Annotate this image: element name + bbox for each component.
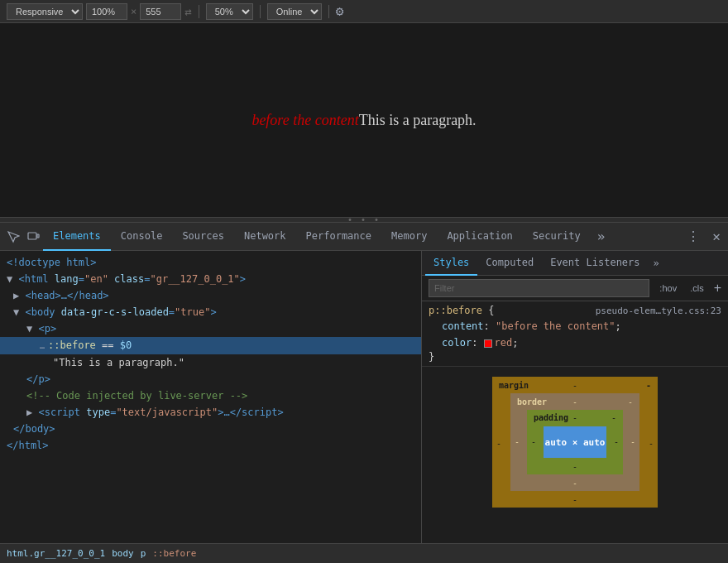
zoom-select[interactable]: 50%	[206, 3, 253, 20]
svg-text:-: -	[649, 439, 654, 448]
sep2	[260, 5, 261, 18]
svg-text:margin: margin	[499, 381, 529, 390]
svg-text:-: -	[531, 437, 536, 446]
main-paragraph-text: This is a paragraph.	[359, 112, 477, 128]
breadcrumb-item-body[interactable]: body	[112, 548, 134, 559]
tab-elements[interactable]: Elements	[43, 223, 111, 251]
styles-panel: Styles Computed Event Listeners » :hov .…	[422, 251, 728, 543]
svg-text:-: -	[496, 439, 501, 448]
svg-rect-0	[28, 233, 36, 239]
html-before-line[interactable]: …::before == $0	[0, 337, 421, 354]
svg-text:-: -	[572, 479, 577, 488]
devtools-panel: Elements Console Sources Network Perform…	[0, 223, 728, 563]
devtools-content: <!doctype html> ▼ <html lang="en" class=…	[0, 251, 728, 543]
html-head-line[interactable]: ▶ <head>…</head>	[0, 287, 421, 304]
breadcrumb-bar: html.gr__127_0_0_1 body p ::before	[0, 543, 728, 563]
inspect-element-icon[interactable]	[3, 227, 23, 247]
html-text-line: "This is a paragraph."	[0, 354, 421, 371]
svg-text:-: -	[572, 381, 577, 390]
devtools-menu-button[interactable]: ⋮	[682, 225, 705, 248]
tab-memory[interactable]: Memory	[381, 223, 437, 251]
box-model-section: margin - - - - - border - -	[422, 370, 728, 514]
preview-area: before the contentThis is a paragraph.	[0, 23, 728, 218]
width-input[interactable]	[86, 3, 127, 20]
css-selector: p::before {	[429, 305, 494, 316]
elements-panel: <!doctype html> ▼ <html lang="en" class=…	[0, 251, 422, 543]
color-swatch[interactable]	[484, 339, 492, 348]
sub-tab-bar: Styles Computed Event Listeners »	[422, 251, 728, 276]
html-comment-line: <!-- Code injected by live-server -->	[0, 387, 421, 404]
sep3	[328, 5, 329, 18]
sub-tab-styles[interactable]: Styles	[425, 251, 477, 276]
preview-content: before the contentThis is a paragraph.	[251, 112, 476, 129]
html-script-line[interactable]: ▶ <script type="text/javascript">…</scri…	[0, 404, 421, 421]
settings-icon[interactable]: ⚙	[336, 3, 344, 19]
svg-text:-: -	[646, 381, 651, 390]
breadcrumb-item-before[interactable]: ::before	[152, 548, 196, 559]
tab-security[interactable]: Security	[523, 223, 591, 251]
html-doctype-line: <!doctype html>	[0, 254, 421, 271]
css-property-color: color: red;	[429, 334, 721, 351]
html-root-line[interactable]: ▼ <html lang="en" class="gr__127_0_0_1">	[0, 271, 421, 287]
network-select[interactable]: Online	[267, 3, 322, 20]
device-toolbar-icon[interactable]	[23, 227, 43, 247]
swap-icon[interactable]: ⇄	[184, 5, 191, 18]
breadcrumb-item-p[interactable]: p	[141, 548, 146, 559]
svg-text:border: border	[517, 397, 547, 407]
hov-button[interactable]: :hov	[656, 282, 680, 295]
svg-text:-: -	[614, 437, 619, 446]
tab-application[interactable]: Application	[437, 223, 522, 251]
sub-tab-event-listeners[interactable]: Event Listeners	[542, 251, 648, 276]
filter-bar: :hov .cls +	[422, 276, 728, 301]
svg-rect-1	[37, 234, 39, 238]
html-root-close-line: </html>	[0, 437, 421, 454]
html-body-close-line: </body>	[0, 421, 421, 437]
filter-input[interactable]	[429, 279, 649, 297]
breadcrumb-item-html[interactable]: html.gr__127_0_0_1	[7, 548, 105, 559]
svg-text:padding: padding	[534, 413, 568, 422]
top-toolbar: Responsive × ⇄ 50% Online ⚙	[0, 0, 728, 23]
svg-text:-: -	[572, 413, 577, 422]
tab-console[interactable]: Console	[111, 223, 173, 251]
css-source[interactable]: pseudo-elem…tyle.css:23	[596, 306, 721, 316]
svg-text:-: -	[628, 397, 633, 407]
height-input[interactable]	[140, 3, 181, 20]
css-close-brace: }	[429, 351, 721, 363]
sub-tab-computed[interactable]: Computed	[477, 251, 542, 276]
add-style-button[interactable]: +	[714, 281, 721, 296]
devtools-close-button[interactable]: ✕	[705, 225, 728, 248]
css-rule: p::before { pseudo-elem…tyle.css:23 cont…	[422, 301, 728, 367]
sub-tab-more[interactable]: »	[649, 257, 664, 269]
html-p-close-line: </p>	[0, 371, 421, 387]
devtools-tab-bar: Elements Console Sources Network Perform…	[0, 223, 728, 251]
tab-performance[interactable]: Performance	[296, 223, 381, 251]
html-p-line[interactable]: ▼ <p>	[0, 320, 421, 337]
sep1	[199, 5, 199, 18]
svg-text:-: -	[572, 462, 577, 471]
css-property-content: content: "before the content";	[429, 318, 721, 334]
box-model-diagram: margin - - - - - border - -	[492, 377, 658, 508]
html-body-line[interactable]: ▼ <body data-gr-c-s-loaded="true">	[0, 304, 421, 320]
svg-text:-: -	[572, 397, 577, 407]
svg-text:auto × auto: auto × auto	[545, 437, 606, 448]
more-tabs-button[interactable]: »	[591, 229, 612, 244]
cls-button[interactable]: .cls	[687, 282, 707, 295]
svg-text:-: -	[572, 495, 577, 504]
tab-sources[interactable]: Sources	[172, 223, 234, 251]
before-pseudo-text: before the content	[251, 112, 358, 128]
tab-network[interactable]: Network	[234, 223, 296, 251]
svg-text:-: -	[611, 413, 616, 422]
responsive-select[interactable]: Responsive	[7, 3, 83, 20]
svg-text:-: -	[630, 437, 635, 446]
svg-text:-: -	[515, 437, 520, 446]
